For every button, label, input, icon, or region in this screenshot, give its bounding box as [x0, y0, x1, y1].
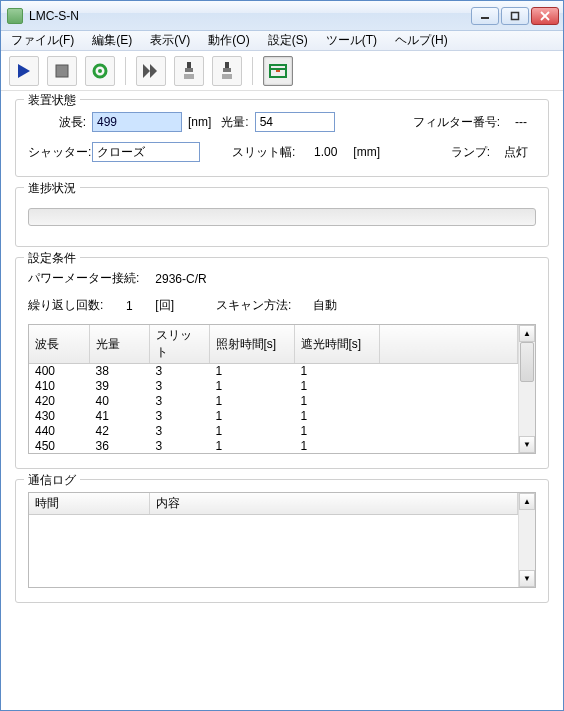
- lamp-label: ランプ:: [451, 144, 490, 161]
- table-cell: 42: [89, 424, 149, 439]
- scroll-up-icon[interactable]: ▲: [519, 325, 535, 342]
- minimize-button[interactable]: [471, 7, 499, 25]
- menu-action[interactable]: 動作(O): [202, 30, 255, 51]
- svg-marker-4: [18, 64, 30, 78]
- probe-b-button[interactable]: [212, 56, 242, 86]
- repeat-label: 繰り返し回数:: [28, 297, 103, 314]
- col-slit[interactable]: スリット: [149, 325, 209, 364]
- light-input[interactable]: [255, 112, 335, 132]
- svg-point-7: [98, 69, 102, 73]
- probe-a-button[interactable]: [174, 56, 204, 86]
- repeat-value: 1: [109, 299, 149, 313]
- close-icon: [540, 11, 550, 21]
- fast-forward-button[interactable]: [136, 56, 166, 86]
- menu-edit[interactable]: 編集(E): [86, 30, 138, 51]
- app-icon: [7, 8, 23, 24]
- close-button[interactable]: [531, 7, 559, 25]
- titlebar: LMC-S-N: [1, 1, 563, 31]
- table-cell: [379, 424, 518, 439]
- table-row[interactable]: 45036311: [29, 439, 518, 454]
- table-cell: [379, 379, 518, 394]
- power-meter-label: パワーメーター接続:: [28, 270, 139, 287]
- table-cell: 420: [29, 394, 89, 409]
- table-cell: 1: [294, 364, 379, 379]
- scroll-down-icon[interactable]: ▼: [519, 436, 535, 453]
- svg-rect-12: [184, 74, 194, 79]
- shutter-input[interactable]: [92, 142, 200, 162]
- status-legend: 装置状態: [24, 92, 80, 109]
- maximize-button[interactable]: [501, 7, 529, 25]
- toolbar: [1, 51, 563, 91]
- settings-group: 設定条件 パワーメーター接続: 2936-C/R 繰り返し回数: 1 [回] ス…: [15, 257, 549, 469]
- menu-file[interactable]: ファイル(F): [5, 30, 80, 51]
- menu-view[interactable]: 表示(V): [144, 30, 196, 51]
- table-cell: 1: [209, 409, 294, 424]
- window-tool-button[interactable]: [263, 56, 293, 86]
- scroll-thumb[interactable]: [520, 342, 534, 382]
- log-scrollbar[interactable]: ▲ ▼: [518, 493, 535, 587]
- table-row[interactable]: 41039311: [29, 379, 518, 394]
- stop-button[interactable]: [47, 56, 77, 86]
- table-cell: [379, 394, 518, 409]
- table-row[interactable]: 40038311: [29, 364, 518, 379]
- svg-rect-15: [222, 74, 232, 79]
- filter-value: ---: [506, 115, 536, 129]
- table-cell: 410: [29, 379, 89, 394]
- stop-icon: [53, 62, 71, 80]
- fast-forward-icon: [141, 62, 161, 80]
- table-cell: 1: [209, 364, 294, 379]
- table-row[interactable]: 44042311: [29, 424, 518, 439]
- scroll-down-icon[interactable]: ▼: [519, 570, 535, 587]
- settings-scrollbar[interactable]: ▲ ▼: [518, 325, 535, 453]
- table-cell: 1: [209, 424, 294, 439]
- col-spare[interactable]: [379, 325, 518, 364]
- probe-icon: [180, 61, 198, 81]
- menu-tools[interactable]: ツール(T): [320, 30, 383, 51]
- svg-rect-1: [512, 12, 519, 19]
- log-header-row: 時間 内容: [29, 493, 518, 515]
- table-row[interactable]: 43041311: [29, 409, 518, 424]
- status-group: 装置状態 波長: [nm] 光量: フィルター番号: --- シャッター: スリ…: [15, 99, 549, 177]
- scan-label: スキャン方法:: [216, 297, 291, 314]
- col-block[interactable]: 遮光時間[s]: [294, 325, 379, 364]
- shutter-label: シャッター:: [28, 144, 86, 161]
- table-cell: 38: [89, 364, 149, 379]
- table-cell: 1: [294, 394, 379, 409]
- gear-icon: [90, 61, 110, 81]
- menubar: ファイル(F) 編集(E) 表示(V) 動作(O) 設定(S) ツール(T) ヘ…: [1, 31, 563, 51]
- scan-value: 自動: [313, 297, 337, 314]
- col-exposure[interactable]: 照射時間[s]: [209, 325, 294, 364]
- wavelength-input[interactable]: [92, 112, 182, 132]
- table-cell: 3: [149, 394, 209, 409]
- table-cell: 3: [149, 439, 209, 454]
- progress-bar: [28, 208, 536, 226]
- table-row[interactable]: 42040311: [29, 394, 518, 409]
- wavelength-label: 波長:: [28, 114, 86, 131]
- menu-settings[interactable]: 設定(S): [262, 30, 314, 51]
- col-wavelength[interactable]: 波長: [29, 325, 89, 364]
- minimize-icon: [480, 11, 490, 21]
- slit-label: スリット幅:: [232, 144, 295, 161]
- svg-rect-10: [187, 62, 191, 68]
- table-cell: 3: [149, 409, 209, 424]
- scroll-up-icon[interactable]: ▲: [519, 493, 535, 510]
- table-cell: 39: [89, 379, 149, 394]
- table-cell: [379, 364, 518, 379]
- table-cell: 41: [89, 409, 149, 424]
- filter-label: フィルター番号:: [413, 114, 500, 131]
- log-col-content[interactable]: 内容: [149, 493, 518, 515]
- svg-rect-5: [56, 65, 68, 77]
- table-header-row: 波長 光量 スリット 照射時間[s] 遮光時間[s]: [29, 325, 518, 364]
- slit-unit: [mm]: [353, 145, 380, 159]
- svg-rect-14: [223, 68, 231, 72]
- col-light[interactable]: 光量: [89, 325, 149, 364]
- gear-button[interactable]: [85, 56, 115, 86]
- table-cell: 1: [209, 379, 294, 394]
- table-cell: 1: [294, 409, 379, 424]
- play-button[interactable]: [9, 56, 39, 86]
- menu-help[interactable]: ヘルプ(H): [389, 30, 454, 51]
- table-cell: 3: [149, 364, 209, 379]
- table-cell: 3: [149, 379, 209, 394]
- log-col-time[interactable]: 時間: [29, 493, 149, 515]
- table-cell: 450: [29, 439, 89, 454]
